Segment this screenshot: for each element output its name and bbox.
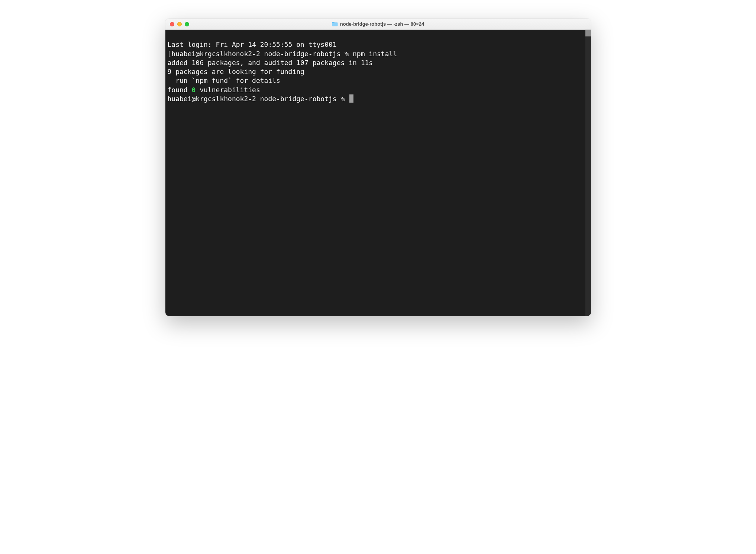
terminal-body[interactable]: Last login: Fri Apr 14 20:55:55 on ttys0… <box>165 30 591 316</box>
titlebar[interactable]: node-bridge-robotjs — -zsh — 80×24 <box>165 19 591 30</box>
terminal-window: node-bridge-robotjs — -zsh — 80×24 Last … <box>165 19 591 316</box>
terminal-line-funding2: run `npm fund` for details <box>168 76 589 85</box>
bracket-open: [ <box>168 50 172 58</box>
minimize-button[interactable] <box>177 22 182 26</box>
prompt-text: huabei@krgcslkhonok2-2 node-bridge-robot… <box>168 95 349 103</box>
terminal-line-funding1: 9 packages are looking for funding <box>168 67 589 76</box>
terminal-line-added: added 106 packages, and audited 107 pack… <box>168 58 589 67</box>
vuln-suffix: vulnerabilities <box>196 86 260 94</box>
window-title-container: node-bridge-robotjs — -zsh — 80×24 <box>169 21 587 27</box>
command-text: npm install <box>353 50 397 58</box>
vuln-count: 0 <box>192 86 196 94</box>
folder-icon <box>332 22 338 26</box>
prompt-text: huabei@krgcslkhonok2-2 node-bridge-robot… <box>171 50 353 58</box>
close-button[interactable] <box>170 22 174 26</box>
cursor-block <box>349 94 353 103</box>
scrollbar-thumb[interactable] <box>585 30 591 36</box>
terminal-line-prompt2: huabei@krgcslkhonok2-2 node-bridge-robot… <box>168 94 589 103</box>
terminal-line-vuln: found 0 vulnerabilities <box>168 86 589 94</box>
window-title: node-bridge-robotjs — -zsh — 80×24 <box>340 21 424 27</box>
maximize-button[interactable] <box>185 22 189 26</box>
traffic-lights <box>170 22 189 26</box>
vuln-prefix: found <box>168 86 192 94</box>
scrollbar-track[interactable] <box>585 30 591 316</box>
terminal-line-lastlogin: Last login: Fri Apr 14 20:55:55 on ttys0… <box>168 40 589 49</box>
terminal-line-prompt1: [huabei@krgcslkhonok2-2 node-bridge-robo… <box>168 49 589 58</box>
